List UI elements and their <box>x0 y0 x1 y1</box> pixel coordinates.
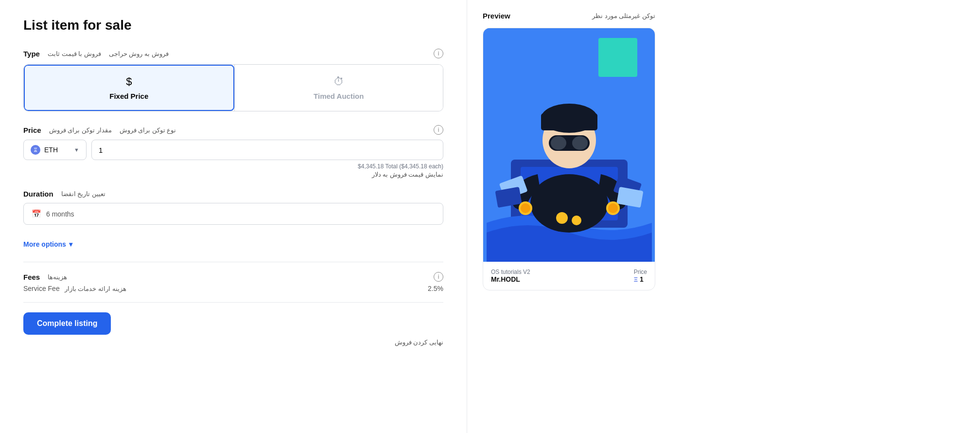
preview-image <box>483 28 655 262</box>
preview-price-value: Ξ 1 <box>634 275 647 283</box>
type-label: Type <box>23 50 40 58</box>
complete-listing-button[interactable]: Complete listing <box>23 312 111 335</box>
price-input[interactable] <box>91 140 443 160</box>
calendar-icon: 📅 <box>32 209 41 218</box>
type-subtitle-auction: فروش به روش حراجی <box>109 50 169 57</box>
service-fee-label: Service Fee <box>23 285 60 292</box>
right-panel: Preview توکن غیرمثلی مورد نظر <box>467 0 671 433</box>
svg-rect-7 <box>541 113 597 130</box>
duration-header: Duration تعیین تاریخ انقضا <box>23 190 443 198</box>
svg-point-19 <box>608 203 618 213</box>
timed-auction-label: Timed Auction <box>314 92 364 100</box>
more-options-label: More options <box>23 240 66 248</box>
dollar-icon: $ <box>126 75 132 88</box>
preview-name: Mr.HODL <box>491 275 530 283</box>
preview-price-amount: 1 <box>640 275 644 283</box>
price-label: Price <box>23 126 41 134</box>
preview-label: Preview <box>483 12 510 20</box>
price-usd-total: $4,345.18 Total ($4,345.18 each) <box>23 163 443 170</box>
duration-input[interactable]: 📅 6 months <box>23 203 443 225</box>
svg-point-17 <box>521 203 530 213</box>
preview-header: Preview توکن غیرمثلی مورد نظر <box>483 12 655 20</box>
preview-collection: OS tutorials V2 <box>491 269 530 275</box>
complete-rtl-label: نهایی کردن فروش <box>23 339 443 346</box>
service-fee-row: Service Fee هزینه ارائه خدمات بازار 2.5% <box>23 285 443 292</box>
price-usd-rtl: نمایش قیمت فروش به دلار <box>23 171 443 178</box>
duration-section: Duration تعیین تاریخ انقضا 📅 6 months <box>23 190 443 225</box>
fees-info-icon[interactable]: i <box>434 272 443 282</box>
price-section: Price مقدار توکن برای فروش نوع توکن برای… <box>23 125 443 178</box>
preview-card-footer: OS tutorials V2 Mr.HODL Price Ξ 1 <box>483 262 655 290</box>
service-fee-rtl: هزینه ارائه خدمات بازار <box>65 285 126 292</box>
divider <box>23 262 443 262</box>
preview-rtl-label: توکن غیرمثلی مورد نظر <box>592 12 655 19</box>
fees-section-header: Fees هزینه‌ها i <box>23 272 443 282</box>
fees-label: Fees <box>23 273 40 281</box>
svg-point-4 <box>530 174 608 233</box>
currency-select[interactable]: Ξ ETH ▼ <box>23 140 87 160</box>
complete-listing-label: Complete listing <box>37 319 97 327</box>
preview-card: OS tutorials V2 Mr.HODL Price Ξ 1 <box>483 28 655 290</box>
svg-point-20 <box>556 212 568 224</box>
divider-2 <box>23 302 443 303</box>
svg-rect-1 <box>598 38 637 77</box>
type-info-icon[interactable]: i <box>434 49 443 58</box>
eth-icon: Ξ <box>31 145 40 155</box>
svg-point-9 <box>551 136 566 150</box>
price-sublabel-type: نوع توکن برای فروش <box>120 126 176 134</box>
type-subtitle-fixed: فروش با قیمت ثابت <box>48 50 101 57</box>
page-title: List item for sale <box>23 18 443 33</box>
svg-point-10 <box>572 136 588 150</box>
price-input-row: Ξ ETH ▼ <box>23 140 443 160</box>
duration-value: 6 months <box>46 210 74 218</box>
preview-price-label: Price <box>634 269 647 275</box>
eth-price-icon: Ξ <box>634 276 638 283</box>
svg-rect-11 <box>566 141 572 143</box>
price-header: Price مقدار توکن برای فروش نوع توکن برای… <box>23 125 443 135</box>
timed-auction-card[interactable]: ⏱ Timed Auction <box>235 65 443 111</box>
type-section-header: Type فروش با قیمت ثابت فروش به روش حراجی… <box>23 49 443 58</box>
service-fee-percentage: 2.5% <box>428 285 443 292</box>
svg-point-21 <box>572 216 581 225</box>
price-sublabel-amount: مقدار توکن برای فروش <box>49 126 112 134</box>
duration-subtitle: تعیین تاریخ انقضا <box>61 190 105 198</box>
fees-subtitle: هزینه‌ها <box>48 273 67 281</box>
duration-label: Duration <box>23 190 53 198</box>
currency-label: ETH <box>44 146 58 154</box>
chevron-down-icon: ▼ <box>74 147 79 153</box>
fixed-price-label: Fixed Price <box>109 92 148 100</box>
price-info-icon[interactable]: i <box>434 125 443 135</box>
fixed-price-card[interactable]: $ Fixed Price <box>24 65 234 111</box>
more-options-button[interactable]: More options ▾ <box>23 236 72 252</box>
type-cards: $ Fixed Price ⏱ Timed Auction <box>23 64 443 111</box>
chevron-down-icon: ▾ <box>69 240 72 248</box>
clock-icon: ⏱ <box>333 75 344 88</box>
